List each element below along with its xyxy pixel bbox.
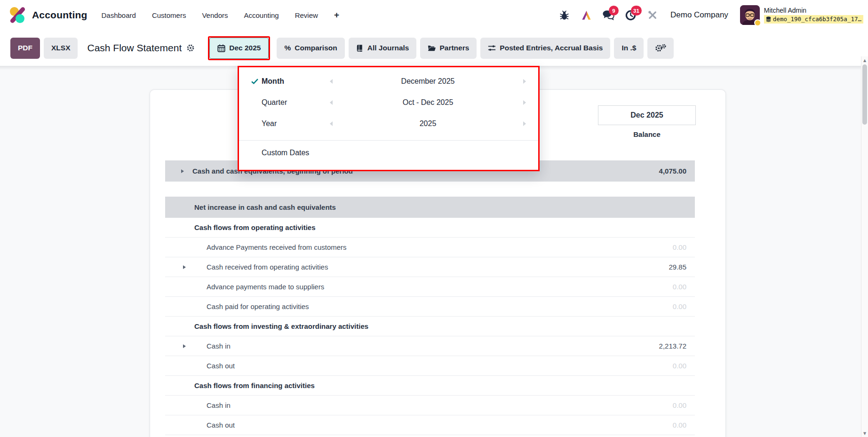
debug-bug-icon[interactable] [558,9,570,21]
dropdown-option-month[interactable]: Month December 2025 [239,71,538,92]
percent-icon: % [284,44,291,52]
messages-icon[interactable]: 9 [602,9,614,21]
table-row[interactable]: Cash received from operating activities2… [165,257,695,277]
row-balance-value: 0.00 [673,243,695,251]
main-menu: Dashboard Customers Vendors Accounting R… [102,10,339,20]
navbar-right-group: 9 31 Demo Company [558,5,863,25]
expand-caret-icon[interactable] [183,344,186,348]
row-label: Advance Payments received from customers [207,243,673,251]
pdf-button[interactable]: PDF [10,38,40,59]
row-label: Cash flows from operating activities [194,223,686,231]
expand-caret-icon[interactable] [183,265,186,269]
top-navbar: Accounting Dashboard Customers Vendors A… [0,0,868,30]
date-filter-dropdown: Month December 2025 Quarter Oct - Dec 20… [238,66,540,171]
database-icon [766,16,771,22]
journals-filter-button[interactable]: All Journals [349,38,417,59]
table-row: Cash flows from operating activities [165,218,695,238]
dropdown-option-quarter[interactable]: Quarter Oct - Dec 2025 [239,92,538,113]
row-label: Cash out [207,362,673,370]
app-window: Accounting Dashboard Customers Vendors A… [0,0,868,437]
row-balance-value: 4,075.00 [659,167,695,175]
support-tools-icon[interactable] [646,9,659,21]
cogs-icon [655,44,666,53]
menu-vendors[interactable]: Vendors [202,11,228,19]
row-label: Net increase in cash and cash equivalent… [194,203,686,211]
report-settings-gear-icon[interactable] [186,44,195,52]
journal-book-icon [356,44,364,52]
user-texts: Mitchell Admin demo_190_cfca6b3f205a_17… [764,7,863,23]
row-label: Cash in [207,342,659,350]
app-title[interactable]: Accounting [32,9,88,21]
row-label: Cash paid for operating activities [207,302,673,310]
xlsx-button[interactable]: XLSX [44,38,78,59]
cash-flow-table: Cash and cash equivalents, beginning of … [165,160,695,437]
column-header-balance: Balance [598,130,696,138]
comparison-button[interactable]: % Comparison [277,38,344,59]
table-row: Cash out0.00 [165,356,695,376]
vertical-scrollbar[interactable]: ▲ ▼ [861,56,868,437]
database-name: demo_190_cfca6b3f205a_17… [764,15,863,24]
date-filter-button[interactable]: Dec 2025 [209,38,269,59]
check-icon [251,79,262,84]
menu-plus[interactable]: + [334,10,339,20]
table-row: Cash paid for operating activities0.00 [165,297,695,317]
user-name: Mitchell Admin [764,7,863,15]
table-row: Cash flows from financing activities [165,376,695,396]
row-balance-value: 0.00 [673,283,695,291]
scroll-down-icon[interactable]: ▼ [861,430,868,437]
company-switcher[interactable]: Demo Company [670,10,728,20]
row-balance-value: 29.85 [669,263,695,271]
next-period-arrow-icon[interactable] [523,121,526,126]
ai-assistant-icon[interactable] [580,9,592,21]
activities-clock-icon[interactable]: 31 [624,9,637,21]
messages-badge: 9 [609,6,619,16]
sliders-icon [488,44,496,52]
page-title: Cash Flow Statement [87,42,182,54]
row-balance-value: 2,213.72 [659,342,695,350]
options-filter-button[interactable]: Posted Entries, Accrual Basis [480,38,610,59]
menu-customers[interactable]: Customers [152,11,186,19]
expand-caret-icon[interactable] [181,169,184,173]
activities-badge: 31 [631,6,642,16]
table-row: Cash flows from investing & extraordinar… [165,317,695,336]
calendar-icon [217,44,225,52]
user-menu[interactable]: Mitchell Admin demo_190_cfca6b3f205a_17… [740,5,863,25]
row-balance-value: 0.00 [673,421,695,429]
dropdown-custom-dates[interactable]: Custom Dates [239,141,538,165]
caret-cell [183,265,207,269]
menu-review[interactable]: Review [295,11,318,19]
row-label: Advance payments made to suppliers [207,283,673,291]
row-label: Cash received from operating activities [207,263,669,271]
next-period-arrow-icon[interactable] [523,100,526,105]
row-balance-value: 0.00 [673,401,695,409]
row-label: Cash out [207,421,673,429]
folder-icon [428,44,436,52]
avatar [740,5,760,25]
control-panel: PDF XLSX Cash Flow Statement Dec 2025 [0,30,868,66]
table-spacer [165,182,695,197]
status-dot [754,19,761,26]
menu-accounting[interactable]: Accounting [244,11,279,19]
row-label: Cash in [207,401,673,409]
row-balance-value: 0.00 [673,362,695,370]
extra-options-cogs-button[interactable] [647,38,674,59]
currency-button[interactable]: In .$ [614,38,644,59]
dropdown-option-year[interactable]: Year 2025 [239,113,538,134]
menu-dashboard[interactable]: Dashboard [102,11,136,19]
table-row: Net increase in cash and cash equivalent… [165,197,695,218]
caret-cell [183,344,207,348]
table-row: Cash out0.00 [165,415,695,435]
accounting-app-logo-icon[interactable] [8,6,26,24]
scroll-up-icon[interactable]: ▲ [861,57,868,64]
table-row: Advance Payments received from customers… [165,238,695,257]
table-row[interactable]: Cash in2,213.72 [165,336,695,356]
row-balance-value: 0.00 [673,302,695,310]
scrollbar-thumb[interactable] [862,64,867,125]
date-filter-annotation: Dec 2025 [208,36,270,60]
caret-cell [181,169,192,173]
partners-filter-button[interactable]: Partners [420,38,477,59]
row-label: Cash flows from financing activities [194,381,686,389]
next-period-arrow-icon[interactable] [523,79,526,84]
table-row: Cash flows from unclassified activities [165,435,695,437]
table-row: Advance payments made to suppliers0.00 [165,277,695,297]
